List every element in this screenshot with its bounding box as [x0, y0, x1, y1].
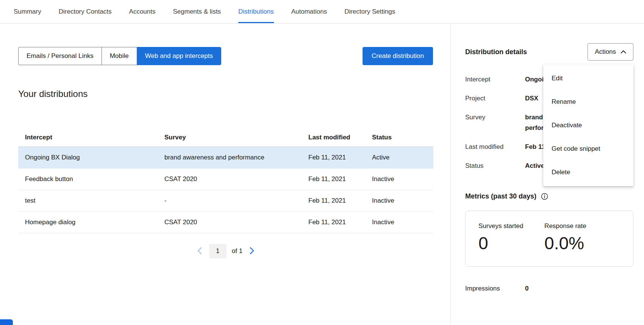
menu-item-get-code-snippet[interactable]: Get code snippet — [543, 137, 633, 161]
stat-surveys-started: Surveys started 0 — [478, 222, 523, 253]
cell-intercept: Homepage dialog — [18, 219, 158, 226]
table-header-row: Intercept Survey Last modified Status — [18, 128, 433, 147]
column-header-status: Status — [365, 134, 433, 141]
field-label: Project — [465, 93, 525, 104]
actions-button[interactable]: Actions — [588, 43, 633, 61]
impressions-value: 0 — [525, 284, 528, 293]
table-row[interactable]: Homepage dialog CSAT 2020 Feb 11, 2021 I… — [18, 212, 433, 233]
chevron-up-icon — [621, 48, 626, 56]
field-label: Status — [465, 161, 525, 171]
table-row[interactable]: Feedback button CSAT 2020 Feb 11, 2021 I… — [18, 169, 433, 190]
menu-item-rename[interactable]: Rename — [543, 90, 633, 114]
info-icon[interactable] — [541, 193, 548, 200]
column-header-survey: Survey — [158, 134, 302, 141]
stat-value: 0 — [478, 233, 523, 253]
impressions-row: Impressions 0 — [465, 284, 633, 293]
tab-directory-contacts[interactable]: Directory Contacts — [59, 0, 112, 23]
tab-distributions[interactable]: Distributions — [238, 0, 274, 23]
details-panel-title: Distribution details — [465, 48, 527, 56]
stat-value: 0.0% — [544, 233, 586, 253]
details-panel-header: Distribution details Actions — [465, 43, 633, 61]
cell-last-modified: Feb 11, 2021 — [302, 219, 365, 226]
field-value: DSX — [525, 93, 538, 104]
table-row[interactable]: test - Feb 11, 2021 Inactive — [18, 190, 433, 212]
pagination: 1 of 1 — [18, 244, 433, 258]
page-title: Your distributions — [18, 89, 433, 99]
channel-web-intercepts-button[interactable]: Web and app intercepts — [137, 47, 221, 65]
cell-survey: - — [158, 197, 302, 205]
metrics-header: Metrics (past 30 days) — [465, 192, 633, 200]
stat-label: Response rate — [544, 222, 586, 230]
cell-status: Inactive — [365, 175, 433, 183]
field-label: Intercept — [465, 74, 525, 85]
cell-status: Inactive — [365, 219, 433, 226]
page-number-field[interactable]: 1 — [209, 244, 227, 258]
tab-segments-lists[interactable]: Segments & lists — [173, 0, 221, 23]
page-count-label: of 1 — [232, 247, 242, 255]
cell-status: Inactive — [365, 197, 433, 205]
table-row[interactable]: Ongoing BX Dialog brand awareness and pe… — [18, 147, 433, 169]
chevron-left-icon — [197, 247, 202, 256]
distribution-toolbar: Emails / Personal Links Mobile Web and a… — [18, 47, 433, 65]
channel-segmented-control: Emails / Personal Links Mobile Web and a… — [18, 47, 221, 65]
field-value: Active — [525, 161, 544, 171]
column-header-last-modified: Last modified — [302, 134, 365, 141]
content: Emails / Personal Links Mobile Web and a… — [0, 23, 644, 325]
metrics-title: Metrics (past 30 days) — [465, 192, 536, 200]
cell-last-modified: Feb 11, 2021 — [302, 197, 365, 205]
metrics-card: Surveys started 0 Response rate 0.0% — [465, 211, 633, 267]
cell-survey: CSAT 2020 — [158, 175, 302, 183]
create-distribution-button[interactable]: Create distribution — [363, 47, 433, 65]
actions-button-label: Actions — [595, 48, 616, 56]
next-page-button[interactable] — [248, 245, 256, 258]
column-header-intercept: Intercept — [18, 134, 158, 141]
tab-accounts[interactable]: Accounts — [129, 0, 156, 23]
cell-intercept: test — [18, 197, 158, 205]
cell-survey: CSAT 2020 — [158, 219, 302, 226]
cell-intercept: Ongoing BX Dialog — [18, 154, 158, 161]
tab-automations[interactable]: Automations — [291, 0, 327, 23]
stat-response-rate: Response rate 0.0% — [544, 222, 586, 253]
menu-item-delete[interactable]: Delete — [543, 161, 633, 184]
cell-last-modified: Feb 11, 2021 — [302, 154, 365, 161]
menu-item-deactivate[interactable]: Deactivate — [543, 114, 633, 137]
stat-label: Surveys started — [478, 222, 523, 230]
cell-intercept: Feedback button — [18, 175, 158, 183]
top-nav: Summary Directory Contacts Accounts Segm… — [0, 0, 644, 23]
distributions-table: Intercept Survey Last modified Status On… — [18, 128, 433, 233]
main-column: Emails / Personal Links Mobile Web and a… — [0, 23, 451, 325]
field-label: Last modified — [465, 142, 525, 152]
chevron-right-icon — [249, 247, 255, 256]
details-panel: Distribution details Actions Intercept O… — [451, 23, 644, 325]
previous-page-button[interactable] — [195, 245, 204, 258]
menu-item-edit[interactable]: Edit — [543, 67, 633, 90]
cell-last-modified: Feb 11, 2021 — [302, 175, 365, 183]
impressions-label: Impressions — [465, 284, 525, 293]
table-body: Ongoing BX Dialog brand awareness and pe… — [18, 147, 433, 233]
channel-mobile-button[interactable]: Mobile — [102, 47, 137, 65]
cell-status: Active — [365, 154, 433, 161]
actions-dropdown-menu: Edit Rename Deactivate Get code snippet … — [543, 64, 633, 186]
tab-directory-settings[interactable]: Directory Settings — [344, 0, 395, 23]
field-label: Survey — [465, 112, 525, 133]
feedback-widget[interactable] — [0, 319, 13, 325]
tab-summary[interactable]: Summary — [14, 0, 41, 23]
channel-emails-button[interactable]: Emails / Personal Links — [18, 47, 102, 65]
cell-survey: brand awareness and performance — [158, 154, 302, 161]
